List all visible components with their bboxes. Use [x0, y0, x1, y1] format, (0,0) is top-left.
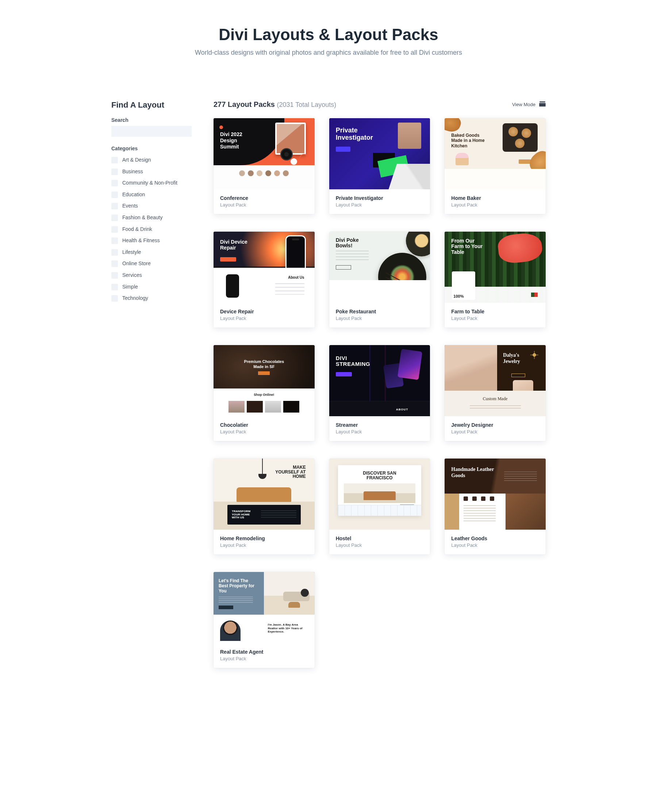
category-item[interactable]: Food & Drink: [111, 224, 191, 235]
layout-title: Private Investigator: [336, 195, 424, 201]
layout-subtitle: Layout Pack: [220, 656, 308, 661]
layout-thumbnail: Dalya's JewelryCustom Made: [445, 345, 546, 416]
checkbox-icon: [111, 238, 118, 244]
layout-title: Farm to Table: [451, 309, 539, 314]
category-label: Fashion & Beauty: [122, 214, 163, 221]
layout-thumbnail: Baked Goods Made in a Home Kitchen: [445, 118, 546, 189]
layout-meta: Private Investigator Layout Pack: [329, 189, 430, 214]
layout-card[interactable]: Dalya's JewelryCustom MadeJewelry Design…: [445, 345, 546, 441]
category-item[interactable]: Simple: [111, 281, 191, 293]
checkbox-icon: [111, 249, 118, 256]
checkbox-icon: [111, 203, 118, 210]
layout-card[interactable]: Private InvestigatorPrivate Investigator…: [329, 118, 430, 214]
results-count: 277 Layout Packs (2031 Total Layouts): [213, 100, 336, 109]
category-item[interactable]: Services: [111, 270, 191, 281]
layout-subtitle: Layout Pack: [336, 202, 424, 208]
layout-subtitle: Layout Pack: [451, 542, 539, 548]
layout-card[interactable]: Divi 2022 Design SummitConference Layout…: [213, 118, 314, 214]
layout-subtitle: Layout Pack: [220, 202, 308, 208]
layout-title: Jewelry Designer: [451, 422, 539, 428]
layout-meta: Poke Restaurant Layout Pack: [329, 303, 430, 328]
checkbox-icon: [111, 261, 118, 267]
layout-thumbnail: Private Investigator: [329, 118, 430, 189]
layout-card[interactable]: Handmade Leather GoodsLeather Goods Layo…: [445, 458, 546, 554]
layout-meta: Real Estate Agent Layout Pack: [213, 643, 314, 668]
layout-card[interactable]: Divi Poke Bowls!Poke Restaurant Layout P…: [329, 231, 430, 328]
category-item[interactable]: Community & Non-Profit: [111, 177, 191, 189]
layout-meta: Chocolatier Layout Pack: [213, 416, 314, 441]
layout-thumbnail: Handmade Leather Goods: [445, 458, 546, 529]
category-item[interactable]: Online Store: [111, 258, 191, 270]
layout-title: Poke Restaurant: [336, 309, 424, 314]
layout-card[interactable]: DISCOVER SAN FRANCISCOHostel Layout Pack: [329, 458, 430, 554]
content: 277 Layout Packs (2031 Total Layouts) Vi…: [213, 100, 546, 668]
category-item[interactable]: Education: [111, 189, 191, 200]
view-mode-toggle[interactable]: View Mode: [512, 101, 546, 108]
checkbox-icon: [111, 180, 118, 186]
layout-title: Chocolatier: [220, 422, 308, 428]
layout-meta: Jewelry Designer Layout Pack: [445, 416, 546, 441]
layout-card[interactable]: Baked Goods Made in a Home KitchenHome B…: [445, 118, 546, 214]
search-input[interactable]: [111, 126, 191, 137]
sidebar-title: Find A Layout: [111, 100, 191, 110]
checkbox-icon: [111, 226, 118, 233]
category-label: Services: [122, 272, 142, 279]
layout-card[interactable]: MAKE YOURSELF AT HOMETRANSFORM YOUR HOME…: [213, 458, 314, 554]
category-item[interactable]: Lifestyle: [111, 247, 191, 258]
layout-title: Streamer: [336, 422, 424, 428]
category-list: Art & Design Business Community & Non-Pr…: [111, 154, 191, 304]
checkbox-icon: [111, 284, 118, 290]
layout-title: Hostel: [336, 536, 424, 541]
checkbox-icon: [111, 295, 118, 302]
category-label: Education: [122, 191, 145, 199]
layout-meta: Leather Goods Layout Pack: [445, 529, 546, 554]
layout-meta: Hostel Layout Pack: [329, 529, 430, 554]
checkbox-icon: [111, 157, 118, 163]
category-item[interactable]: Business: [111, 166, 191, 178]
checkbox-icon: [111, 214, 118, 221]
layout-title: Conference: [220, 195, 308, 201]
layout-card[interactable]: Premium Chocolates Made in SFShop Online…: [213, 345, 314, 441]
category-label: Community & Non-Profit: [122, 180, 177, 187]
layout-thumbnail: MAKE YOURSELF AT HOMETRANSFORM YOUR HOME…: [213, 458, 314, 529]
layout-thumbnail: From Our Farm to Your Table100%: [445, 231, 546, 303]
layout-meta: Device Repair Layout Pack: [213, 303, 314, 328]
layout-subtitle: Layout Pack: [220, 315, 308, 321]
layout-thumbnail: Let's Find The Best Property for YouI'm …: [213, 572, 314, 643]
layout-title: Home Remodeling: [220, 536, 308, 541]
layout-grid: Divi 2022 Design SummitConference Layout…: [213, 118, 546, 668]
layout-meta: Farm to Table Layout Pack: [445, 303, 546, 328]
layout-meta: Streamer Layout Pack: [329, 416, 430, 441]
category-label: Events: [122, 202, 138, 210]
category-label: Online Store: [122, 260, 151, 267]
layout-subtitle: Layout Pack: [220, 429, 308, 435]
category-item[interactable]: Events: [111, 200, 191, 212]
hero: Divi Layouts & Layout Packs World-class …: [111, 15, 546, 100]
layout-subtitle: Layout Pack: [336, 542, 424, 548]
layout-thumbnail: DISCOVER SAN FRANCISCO: [329, 458, 430, 529]
checkbox-icon: [111, 272, 118, 279]
category-item[interactable]: Technology: [111, 293, 191, 304]
category-item[interactable]: Art & Design: [111, 154, 191, 166]
layout-title: Leather Goods: [451, 536, 539, 541]
layout-card[interactable]: Let's Find The Best Property for YouI'm …: [213, 572, 314, 668]
results-count-number: 277 Layout Packs: [213, 100, 275, 108]
layout-subtitle: Layout Pack: [336, 315, 424, 321]
layout-thumbnail: Premium Chocolates Made in SFShop Online…: [213, 345, 314, 416]
page-title: Divi Layouts & Layout Packs: [111, 26, 546, 44]
category-item[interactable]: Health & Fitness: [111, 235, 191, 247]
layout-card[interactable]: Divi Device RepairAbout UsDevice Repair …: [213, 231, 314, 328]
checkbox-icon: [111, 191, 118, 198]
category-label: Technology: [122, 295, 148, 302]
checkbox-icon: [111, 169, 118, 175]
page-subtitle: World-class designs with original photos…: [111, 49, 546, 56]
layout-card[interactable]: From Our Farm to Your Table100%Farm to T…: [445, 231, 546, 328]
layout-meta: Conference Layout Pack: [213, 189, 314, 214]
layout-card[interactable]: DIVI STREAMINGABOUTStreamer Layout Pack: [329, 345, 430, 441]
category-item[interactable]: Fashion & Beauty: [111, 212, 191, 224]
stack-icon: [539, 101, 546, 108]
layout-title: Real Estate Agent: [220, 649, 308, 655]
layout-thumbnail: Divi Device RepairAbout Us: [213, 231, 314, 303]
category-label: Business: [122, 168, 143, 175]
layout-meta: Home Baker Layout Pack: [445, 189, 546, 214]
